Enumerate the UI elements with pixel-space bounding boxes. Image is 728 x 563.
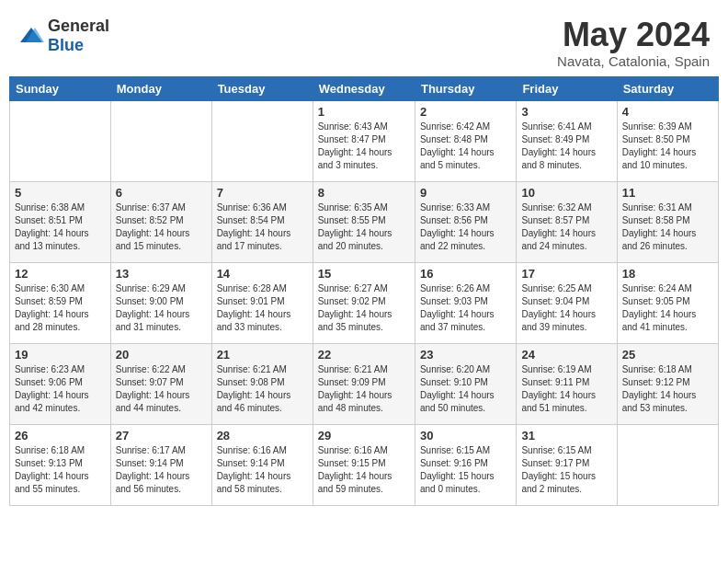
day-number: 14 (217, 267, 308, 281)
calendar-cell: 20Sunrise: 6:22 AMSunset: 9:07 PMDayligh… (110, 343, 211, 424)
weekday-header-row: SundayMondayTuesdayWednesdayThursdayFrid… (10, 76, 719, 100)
day-number: 11 (622, 186, 713, 200)
day-number: 26 (15, 429, 106, 442)
calendar-cell: 14Sunrise: 6:28 AMSunset: 9:01 PMDayligh… (211, 262, 313, 343)
month-title: May 2024 (557, 17, 710, 53)
calendar-cell: 28Sunrise: 6:16 AMSunset: 9:14 PMDayligh… (211, 424, 313, 505)
day-info: Sunrise: 6:31 AMSunset: 8:58 PMDaylight:… (622, 201, 713, 253)
week-row-3: 12Sunrise: 6:30 AMSunset: 8:59 PMDayligh… (10, 262, 719, 343)
day-info: Sunrise: 6:41 AMSunset: 8:49 PMDaylight:… (521, 121, 611, 172)
calendar-cell: 6Sunrise: 6:37 AMSunset: 8:52 PMDaylight… (110, 181, 211, 262)
day-info: Sunrise: 6:28 AMSunset: 9:01 PMDaylight:… (217, 282, 308, 334)
calendar-cell: 16Sunrise: 6:26 AMSunset: 9:03 PMDayligh… (415, 262, 516, 343)
calendar-cell: 13Sunrise: 6:29 AMSunset: 9:00 PMDayligh… (110, 262, 211, 343)
calendar-cell: 19Sunrise: 6:23 AMSunset: 9:06 PMDayligh… (10, 343, 111, 424)
calendar-cell (10, 100, 111, 181)
calendar-cell: 7Sunrise: 6:36 AMSunset: 8:54 PMDaylight… (211, 181, 313, 262)
day-number: 7 (217, 186, 308, 200)
day-number: 21 (217, 348, 308, 362)
calendar-cell: 24Sunrise: 6:19 AMSunset: 9:11 PMDayligh… (517, 343, 617, 424)
week-row-5: 26Sunrise: 6:18 AMSunset: 9:13 PMDayligh… (10, 424, 719, 505)
day-number: 12 (15, 267, 106, 281)
calendar-cell: 15Sunrise: 6:27 AMSunset: 9:02 PMDayligh… (313, 262, 415, 343)
day-number: 23 (420, 348, 511, 362)
day-number: 19 (15, 348, 106, 362)
day-number: 24 (521, 348, 611, 362)
day-number: 27 (116, 429, 207, 442)
day-info: Sunrise: 6:42 AMSunset: 8:48 PMDaylight:… (420, 121, 511, 172)
logo-general: General (48, 17, 109, 35)
day-number: 28 (217, 429, 308, 442)
day-info: Sunrise: 6:15 AMSunset: 9:16 PMDaylight:… (420, 444, 511, 496)
day-info: Sunrise: 6:17 AMSunset: 9:14 PMDaylight:… (116, 444, 207, 496)
day-number: 13 (116, 267, 207, 281)
weekday-header-thursday: Thursday (415, 76, 516, 100)
day-number: 20 (116, 348, 207, 362)
day-info: Sunrise: 6:23 AMSunset: 9:06 PMDaylight:… (15, 363, 106, 415)
day-number: 9 (420, 186, 511, 200)
day-number: 5 (15, 186, 106, 200)
day-info: Sunrise: 6:21 AMSunset: 9:08 PMDaylight:… (217, 363, 308, 415)
day-info: Sunrise: 6:37 AMSunset: 8:52 PMDaylight:… (116, 201, 207, 253)
day-info: Sunrise: 6:25 AMSunset: 9:04 PMDaylight:… (521, 282, 611, 334)
calendar-cell (110, 100, 211, 181)
day-info: Sunrise: 6:29 AMSunset: 9:00 PMDaylight:… (116, 282, 207, 334)
day-number: 17 (521, 267, 611, 281)
calendar-cell: 31Sunrise: 6:15 AMSunset: 9:17 PMDayligh… (517, 424, 617, 505)
calendar-cell: 17Sunrise: 6:25 AMSunset: 9:04 PMDayligh… (517, 262, 617, 343)
day-number: 6 (116, 186, 207, 200)
calendar-cell: 22Sunrise: 6:21 AMSunset: 9:09 PMDayligh… (313, 343, 415, 424)
calendar-cell: 26Sunrise: 6:18 AMSunset: 9:13 PMDayligh… (10, 424, 111, 505)
day-info: Sunrise: 6:38 AMSunset: 8:51 PMDaylight:… (15, 201, 106, 253)
day-number: 10 (521, 186, 611, 200)
day-info: Sunrise: 6:16 AMSunset: 9:14 PMDaylight:… (217, 444, 308, 496)
calendar-cell: 18Sunrise: 6:24 AMSunset: 9:05 PMDayligh… (617, 262, 718, 343)
calendar-cell: 8Sunrise: 6:35 AMSunset: 8:55 PMDaylight… (313, 181, 415, 262)
day-info: Sunrise: 6:27 AMSunset: 9:02 PMDaylight:… (318, 282, 410, 334)
day-number: 29 (318, 429, 410, 442)
calendar-cell: 29Sunrise: 6:16 AMSunset: 9:15 PMDayligh… (313, 424, 415, 505)
calendar-cell: 11Sunrise: 6:31 AMSunset: 8:58 PMDayligh… (617, 181, 718, 262)
day-info: Sunrise: 6:18 AMSunset: 9:12 PMDaylight:… (622, 363, 713, 415)
location-title: Navata, Catalonia, Spain (557, 53, 710, 69)
calendar-cell (617, 424, 718, 505)
logo-blue: Blue (48, 36, 84, 54)
day-number: 15 (318, 267, 410, 281)
calendar-cell: 1Sunrise: 6:43 AMSunset: 8:47 PMDaylight… (313, 100, 415, 181)
day-info: Sunrise: 6:19 AMSunset: 9:11 PMDaylight:… (521, 363, 611, 415)
week-row-2: 5Sunrise: 6:38 AMSunset: 8:51 PMDaylight… (10, 181, 719, 262)
day-number: 3 (521, 105, 611, 119)
day-number: 1 (318, 105, 410, 119)
day-number: 2 (420, 105, 511, 119)
day-info: Sunrise: 6:26 AMSunset: 9:03 PMDaylight:… (420, 282, 511, 334)
calendar-cell (211, 100, 313, 181)
day-number: 25 (622, 348, 713, 362)
weekday-header-saturday: Saturday (617, 76, 718, 100)
day-info: Sunrise: 6:33 AMSunset: 8:56 PMDaylight:… (420, 201, 511, 253)
day-info: Sunrise: 6:32 AMSunset: 8:57 PMDaylight:… (521, 201, 611, 253)
calendar-cell: 3Sunrise: 6:41 AMSunset: 8:49 PMDaylight… (517, 100, 617, 181)
calendar-table: SundayMondayTuesdayWednesdayThursdayFrid… (9, 76, 719, 506)
day-info: Sunrise: 6:36 AMSunset: 8:54 PMDaylight:… (217, 201, 308, 253)
day-number: 18 (622, 267, 713, 281)
weekday-header-tuesday: Tuesday (211, 76, 313, 100)
day-info: Sunrise: 6:21 AMSunset: 9:09 PMDaylight:… (318, 363, 410, 415)
weekday-header-wednesday: Wednesday (313, 76, 415, 100)
day-number: 30 (420, 429, 511, 442)
calendar-cell: 4Sunrise: 6:39 AMSunset: 8:50 PMDaylight… (617, 100, 718, 181)
title-section: May 2024 Navata, Catalonia, Spain (557, 17, 710, 69)
weekday-header-sunday: Sunday (10, 76, 111, 100)
page-header: General Blue May 2024 Navata, Catalonia,… (9, 9, 719, 73)
calendar-cell: 21Sunrise: 6:21 AMSunset: 9:08 PMDayligh… (211, 343, 313, 424)
day-info: Sunrise: 6:16 AMSunset: 9:15 PMDaylight:… (318, 444, 410, 496)
calendar-cell: 9Sunrise: 6:33 AMSunset: 8:56 PMDaylight… (415, 181, 516, 262)
day-info: Sunrise: 6:22 AMSunset: 9:07 PMDaylight:… (116, 363, 207, 415)
day-info: Sunrise: 6:24 AMSunset: 9:05 PMDaylight:… (622, 282, 713, 334)
weekday-header-friday: Friday (517, 76, 617, 100)
calendar-cell: 12Sunrise: 6:30 AMSunset: 8:59 PMDayligh… (10, 262, 111, 343)
day-info: Sunrise: 6:35 AMSunset: 8:55 PMDaylight:… (318, 201, 410, 253)
week-row-4: 19Sunrise: 6:23 AMSunset: 9:06 PMDayligh… (10, 343, 719, 424)
logo: General Blue (18, 17, 109, 55)
day-info: Sunrise: 6:39 AMSunset: 8:50 PMDaylight:… (622, 121, 713, 172)
calendar-cell: 2Sunrise: 6:42 AMSunset: 8:48 PMDaylight… (415, 100, 516, 181)
